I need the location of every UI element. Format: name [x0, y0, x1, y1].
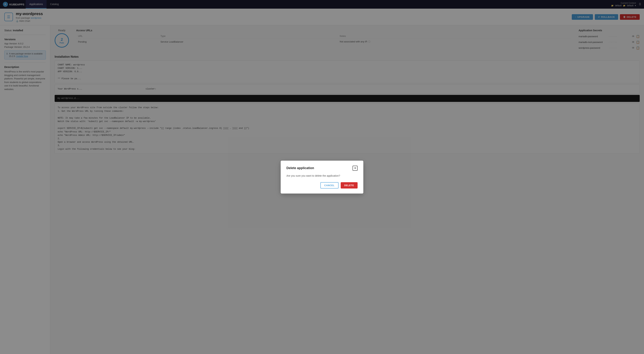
close-icon: ✕: [354, 166, 356, 170]
modal-header: Delete application ✕: [286, 166, 358, 171]
modal-close-button[interactable]: ✕: [352, 166, 358, 171]
modal-delete-button[interactable]: DELETE: [341, 182, 358, 188]
modal-title: Delete application: [286, 166, 314, 170]
modal-overlay: Delete application ✕ Are you sure you wa…: [0, 0, 644, 354]
cancel-button[interactable]: CANCEL: [320, 182, 338, 188]
modal-body: Are you sure you want to delete the appl…: [286, 174, 358, 177]
delete-modal: Delete application ✕ Are you sure you wa…: [281, 161, 363, 194]
modal-actions: CANCEL DELETE: [286, 182, 358, 188]
